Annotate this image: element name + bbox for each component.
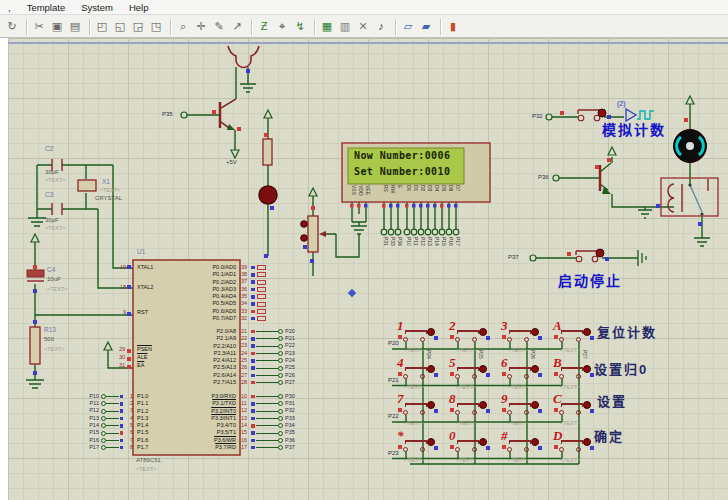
block-move-icon[interactable]: ◰ — [93, 17, 111, 35]
terminal-row[interactable]: 21 P20 — [241, 328, 299, 335]
terminal-row[interactable]: 23 P22 — [241, 343, 299, 350]
terminal-row[interactable]: P14 5 — [84, 422, 133, 429]
relay-coil — [668, 184, 682, 212]
terminal-row[interactable]: P16 7 — [84, 437, 133, 444]
terminal-row[interactable]: P11 2 — [84, 400, 133, 407]
c4-ref: C4 — [47, 266, 55, 273]
button-state-dot — [583, 438, 591, 446]
led-indicator[interactable] — [259, 186, 277, 204]
keypad-button[interactable]: C <TEXT> — [552, 395, 604, 432]
menu-item[interactable]: , — [0, 2, 19, 13]
plus5v-arrow — [231, 150, 239, 158]
c3-value: 30pF — [45, 217, 59, 224]
search-icon[interactable]: ⌖ — [273, 17, 291, 35]
menu-item[interactable]: Template — [19, 2, 74, 13]
keypad-button[interactable]: 7 <TEXT> — [396, 395, 448, 432]
block-delete-icon[interactable]: ◳ — [147, 17, 165, 35]
terminal-row[interactable]: 24 P23 — [241, 350, 299, 357]
button-state-dot — [531, 401, 539, 409]
terminal-row[interactable]: 22 P21 — [241, 335, 299, 342]
terminal-row[interactable]: 15 P35 — [241, 429, 299, 436]
r13-body[interactable] — [30, 327, 40, 364]
redraw-icon[interactable]: ↻ — [3, 17, 21, 35]
p3-terminal-rows[interactable]: 10 P30 11 P31 12 P32 13 — [241, 393, 299, 451]
delete-mode-icon[interactable]: ✕ — [354, 17, 372, 35]
r13-text: <TEXT> — [44, 346, 64, 352]
keypad-button[interactable]: # <TEXT> — [500, 432, 552, 469]
p0-pin-names: P0.0/AD0P0.1/AD1P0.2/AD2P0.3/AD3P0.4/AD4… — [174, 264, 236, 322]
lcd-data-terminals: P10P11P12P13P14P15P16P17 — [404, 237, 460, 254]
schematic-canvas[interactable]: Now Number:0006 Set Number:0010 C2 30pF … — [0, 38, 728, 500]
electrical-check-icon[interactable]: ↯ — [291, 17, 309, 35]
button-bars — [576, 110, 600, 255]
start-stop-label: 启动停止 — [558, 274, 622, 289]
active-window-icon[interactable]: ▮ — [444, 17, 462, 35]
keypad-button[interactable]: D <TEXT> — [552, 432, 604, 469]
pushbutton-icon — [561, 440, 583, 444]
terminal-row[interactable]: 11 P31 — [241, 400, 299, 407]
u1-value: AT89C51 — [136, 457, 161, 464]
edit-icon[interactable]: ✎ — [210, 17, 228, 35]
terminal-row[interactable]: 28 P27 — [241, 379, 299, 386]
p1-terminal-rows[interactable]: P10 1 P11 2 P12 3 P13 — [84, 393, 133, 451]
r13-value: 500 — [44, 336, 54, 343]
zoom-in-icon[interactable]: ⌕ — [174, 17, 192, 35]
terminal-row[interactable]: P13 4 — [84, 415, 133, 422]
terminal-row[interactable]: P17 8 — [84, 444, 133, 451]
component-list-icon[interactable]: ▦ — [318, 17, 336, 35]
net-label-tag — [257, 316, 266, 321]
p1-pin-names: P1.0P1.1P1.2P1.3P1.4P1.5P1.6P1.7 — [137, 393, 148, 451]
terminal-row[interactable]: 12 P32 — [241, 408, 299, 415]
new-sheet-icon[interactable]: ▱ — [399, 17, 417, 35]
terminal-row[interactable]: P15 6 — [84, 429, 133, 436]
power-arrows — [31, 96, 694, 350]
terminal-row[interactable]: 14 P34 — [241, 422, 299, 429]
sheet-icon[interactable]: ▥ — [336, 17, 354, 35]
pin-name: ALE — [137, 354, 147, 360]
copy-icon[interactable]: ▣ — [48, 17, 66, 35]
paste-icon[interactable]: ▤ — [66, 17, 84, 35]
c2-ref: C2 — [45, 145, 53, 152]
terminal-row[interactable]: 26 P25 — [241, 364, 299, 371]
menu-item[interactable]: Help — [121, 2, 157, 13]
contrast-pot-body[interactable] — [308, 216, 318, 252]
terminal-row[interactable]: 16 P36 — [241, 437, 299, 444]
terminal-row[interactable]: 13 P33 — [241, 415, 299, 422]
terminal-row[interactable]: P12 3 — [84, 408, 133, 415]
menu-item[interactable]: System — [73, 2, 121, 13]
wire-autorouter-icon[interactable]: Ƶ — [255, 17, 273, 35]
net-label-tag — [257, 294, 266, 299]
button-state-dot — [479, 438, 487, 446]
menu-bar: ,TemplateSystemHelp — [0, 0, 728, 15]
generator-mode-icon[interactable]: ♪ — [372, 17, 390, 35]
button-state-dot — [427, 401, 435, 409]
button-state-dot — [531, 328, 539, 336]
terminal-row[interactable]: P10 1 — [84, 393, 133, 400]
keypad-button[interactable]: 9 <TEXT> — [500, 395, 552, 432]
cursor-marker — [348, 289, 356, 297]
keypad-button[interactable]: 8 <TEXT> — [448, 395, 500, 432]
clock-generator-icon[interactable] — [626, 109, 654, 121]
motor[interactable] — [674, 130, 707, 163]
p2-terminal-rows[interactable]: 21 P20 22 P21 23 P22 24 — [241, 328, 299, 386]
led-resistor-body[interactable] — [263, 139, 272, 165]
block-copy-icon[interactable]: ◲ — [129, 17, 147, 35]
probe-icon[interactable]: ↗ — [228, 17, 246, 35]
pin-name: XTAL1 — [137, 264, 153, 270]
pin-number: 29 — [113, 346, 125, 352]
cut-icon[interactable]: ✂ — [30, 17, 48, 35]
keypad-button[interactable]: * <TEXT> — [396, 432, 448, 469]
block-rotate-icon[interactable]: ◱ — [111, 17, 129, 35]
c4-text: <TEXT> — [47, 286, 67, 292]
terminal-row[interactable]: 27 P26 — [241, 372, 299, 379]
terminal-row[interactable]: 10 P30 — [241, 393, 299, 400]
terminal-row[interactable]: 17 P37 — [241, 444, 299, 451]
pan-icon[interactable]: ✛ — [192, 17, 210, 35]
crystal-body[interactable] — [78, 180, 96, 191]
keypad[interactable]: 1 <TEXT> 2 <TEXT> 3 — [396, 322, 604, 468]
pin-name: PSEN — [137, 346, 152, 352]
design-explorer-icon[interactable]: ▰ — [417, 17, 435, 35]
r13-ref: R13 — [44, 326, 56, 333]
terminal-row[interactable]: 25 P24 — [241, 357, 299, 364]
keypad-button[interactable]: 0 <TEXT> — [448, 432, 500, 469]
